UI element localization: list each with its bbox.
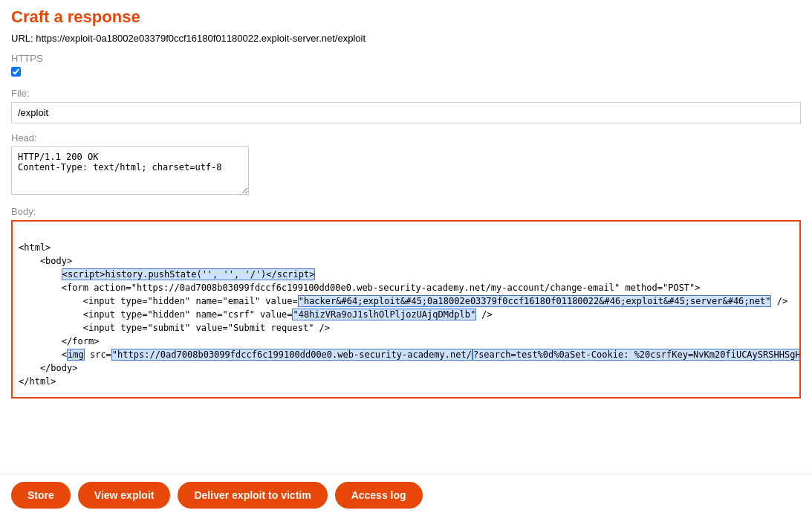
file-section: File: [11, 88, 801, 123]
head-label: Head: [11, 132, 801, 143]
img-tag-highlight: img [67, 349, 85, 361]
body-editor[interactable]: <html> <body> <script>history.pushState(… [11, 220, 801, 399]
head-section: Head: HTTP/1.1 200 OK Content-Type: text… [11, 132, 801, 197]
code-line: <script>history.pushState('', '', '/')</… [19, 268, 315, 280]
code-line: <form action="https://0ad7008b03099fdccf… [19, 283, 701, 293]
url-value: https://exploit-0a18002e03379f0ccf16180f… [36, 33, 366, 44]
code-line: </form> [19, 336, 99, 346]
page-title: Craft a response [11, 7, 801, 27]
file-label: File: [11, 88, 801, 99]
script-tag-highlight: <script>history.pushState('', '', '/')</… [62, 268, 316, 280]
code-line: <html> [19, 242, 51, 253]
code-line: <input type="submit" value="Submit reque… [19, 323, 330, 333]
code-line: </body> [19, 363, 77, 373]
https-section: HTTPS [11, 53, 801, 79]
img-url-highlight: "https://0ad7008b03099fdccf6c199100dd00e… [111, 349, 472, 361]
https-label: HTTPS [11, 53, 801, 64]
head-textarea[interactable]: HTTP/1.1 200 OK Content-Type: text/html;… [11, 146, 249, 195]
code-line: <input type="hidden" name="csrf" value="… [19, 309, 493, 320]
url-label: URL: [11, 33, 33, 44]
file-input[interactable] [11, 102, 801, 123]
body-section: Body: <html> <body> <script>history.push… [11, 206, 801, 399]
code-line: </html> [19, 376, 56, 387]
url-line: URL: https://exploit-0a18002e03379f0ccf1… [11, 33, 801, 44]
body-label: Body: [11, 206, 801, 217]
https-checkbox[interactable] [11, 67, 21, 77]
email-value-highlight: "hacker&#64;exploit&#45;0a18002e03379f0c… [298, 295, 772, 307]
code-line: <body> [19, 256, 72, 266]
img-query-highlight: ?search=test%0d%0aSet-Cookie: %20csrfKey… [472, 349, 801, 361]
code-line: <input type="hidden" name="email" value=… [19, 295, 787, 307]
code-line: <img src="https://0ad7008b03099fdccf6c19… [19, 349, 801, 361]
csrf-value-highlight: "48hizVRa9oJ1slhOlPljozUAjqDMdplb" [292, 309, 476, 320]
